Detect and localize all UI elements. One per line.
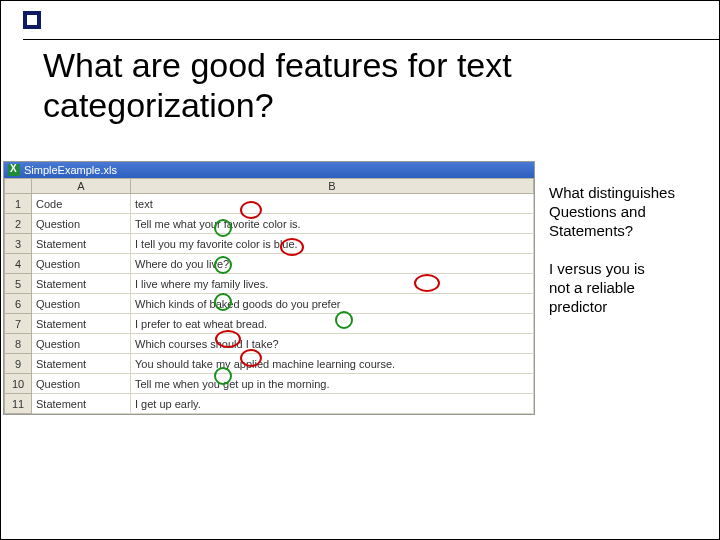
slide: What are good features for text categori…	[0, 0, 720, 540]
cell-A: Statement	[32, 314, 131, 334]
row-head: 11	[5, 394, 32, 414]
row-head: 5	[5, 274, 32, 294]
corner-cell	[5, 179, 32, 194]
cell-B: I live where my family lives.	[131, 274, 534, 294]
table-row: 7StatementI prefer to eat wheat bread.	[5, 314, 534, 334]
table-row: 1Codetext	[5, 194, 534, 214]
row-head: 4	[5, 254, 32, 274]
col-header-row: A B	[5, 179, 534, 194]
table-row: 4QuestionWhere do you live?	[5, 254, 534, 274]
cell-A: Question	[32, 214, 131, 234]
table-row: 2QuestionTell me what your favorite colo…	[5, 214, 534, 234]
row-head: 3	[5, 234, 32, 254]
row-head: 7	[5, 314, 32, 334]
cell-A: Question	[32, 334, 131, 354]
col-B: B	[131, 179, 534, 194]
excel-icon	[8, 164, 20, 176]
page-title: What are good features for text categori…	[43, 45, 719, 125]
cell-A: Statement	[32, 234, 131, 254]
row-head: 10	[5, 374, 32, 394]
table-row: 3StatementI tell you my favorite color i…	[5, 234, 534, 254]
table-row: 11StatementI get up early.	[5, 394, 534, 414]
cell-A: Question	[32, 294, 131, 314]
cell-B: Where do you live?	[131, 254, 534, 274]
cell-B: Which courses should I take?	[131, 334, 534, 354]
side-answer: I versus you isnot a reliablepredictor	[549, 259, 645, 316]
cell-A: Statement	[32, 354, 131, 374]
spreadsheet: A B 1Codetext2QuestionTell me what your …	[4, 178, 534, 414]
table-row: 9StatementYou should take my applied mac…	[5, 354, 534, 374]
cell-B: Which kinds of baked goods do you prefer	[131, 294, 534, 314]
row-head: 2	[5, 214, 32, 234]
table-row: 5StatementI live where my family lives.	[5, 274, 534, 294]
cell-A: Question	[32, 254, 131, 274]
cell-B: You should take my applied machine learn…	[131, 354, 534, 374]
table-row: 8QuestionWhich courses should I take?	[5, 334, 534, 354]
divider	[23, 39, 719, 40]
row-head: 9	[5, 354, 32, 374]
col-A: A	[32, 179, 131, 194]
excel-titlebar: SimpleExample.xls	[4, 162, 534, 178]
cell-B: I prefer to eat wheat bread.	[131, 314, 534, 334]
cell-A: Question	[32, 374, 131, 394]
cell-B: Tell me what your favorite color is.	[131, 214, 534, 234]
cell-A: Code	[32, 194, 131, 214]
cell-A: Statement	[32, 394, 131, 414]
table-row: 10QuestionTell me when you get up in the…	[5, 374, 534, 394]
row-head: 6	[5, 294, 32, 314]
row-head: 1	[5, 194, 32, 214]
workbook-name: SimpleExample.xls	[24, 164, 117, 176]
cell-B: I get up early.	[131, 394, 534, 414]
excel-embed: SimpleExample.xls A B 1Codetext2Question…	[3, 161, 535, 415]
cell-B: text	[131, 194, 534, 214]
table-row: 6QuestionWhich kinds of baked goods do y…	[5, 294, 534, 314]
side-question: What distinguishesQuestions andStatement…	[549, 183, 675, 240]
bullet-icon	[23, 11, 41, 29]
cell-B: I tell you my favorite color is blue.	[131, 234, 534, 254]
row-head: 8	[5, 334, 32, 354]
cell-A: Statement	[32, 274, 131, 294]
cell-B: Tell me when you get up in the morning.	[131, 374, 534, 394]
